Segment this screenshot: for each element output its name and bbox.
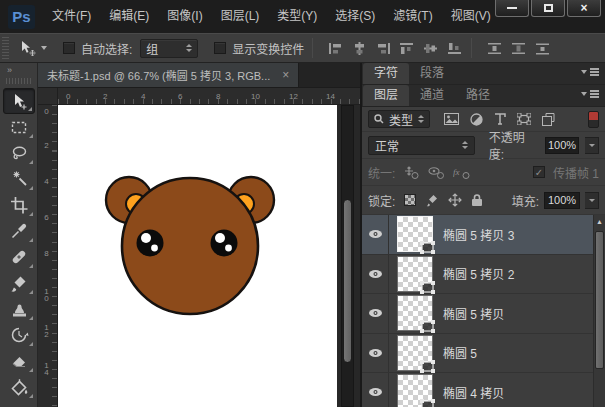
layer-row[interactable]: 椭圆 4 拷贝 bbox=[362, 373, 605, 407]
scroll-up-icon[interactable]: ▲ bbox=[594, 215, 605, 225]
shape-layer-badge-icon bbox=[420, 320, 435, 333]
distribute-vertical-centers-icon[interactable] bbox=[510, 41, 527, 56]
tab-channels[interactable]: 通道 bbox=[409, 85, 455, 106]
tab-paragraph[interactable]: 段落 bbox=[409, 63, 455, 84]
maximize-button[interactable] bbox=[531, 0, 565, 17]
tab-close-icon[interactable]: × bbox=[282, 70, 289, 80]
close-button[interactable]: × bbox=[567, 0, 601, 17]
layer-row[interactable]: 椭圆 5 拷贝 bbox=[362, 294, 605, 334]
align-horizontal-centers-icon[interactable] bbox=[351, 41, 368, 56]
history-brush-tool-button[interactable] bbox=[3, 322, 35, 348]
eraser-tool-button[interactable] bbox=[3, 348, 35, 374]
tools-collapse-button[interactable]: » bbox=[0, 63, 37, 76]
layer-thumbnail[interactable] bbox=[398, 375, 432, 407]
layer-thumbnail[interactable] bbox=[398, 217, 432, 251]
layer-thumbnail[interactable] bbox=[398, 336, 432, 370]
layer-row[interactable]: 椭圆 5 拷贝 2 bbox=[362, 255, 605, 295]
horizontal-ruler[interactable]: 0 2 4 6 8 10 12 14 bbox=[58, 88, 360, 105]
ruler-origin-corner[interactable] bbox=[38, 88, 58, 105]
layer-row[interactable]: 椭圆 5 bbox=[362, 334, 605, 374]
tab-layers[interactable]: 图层 bbox=[363, 85, 409, 106]
menu-layer[interactable]: 图层(L) bbox=[212, 0, 269, 33]
rectangular-marquee-tool-button[interactable] bbox=[3, 114, 35, 140]
crop-tool-button[interactable] bbox=[3, 192, 35, 218]
dropdown-spinner-icon bbox=[418, 115, 424, 123]
vertical-ruler[interactable]: 0 2 4 6 8 10 12 14 bbox=[38, 105, 58, 407]
menu-file[interactable]: 文件(F) bbox=[43, 0, 100, 33]
smart-object-filter-icon[interactable] bbox=[542, 113, 555, 126]
panel-menu-icon[interactable] bbox=[581, 70, 599, 74]
eyedropper-tool-button[interactable] bbox=[3, 218, 35, 244]
eye-highlight bbox=[141, 233, 151, 243]
tool-preset-picker[interactable] bbox=[17, 39, 47, 57]
align-top-edges-icon[interactable] bbox=[398, 41, 415, 56]
scrollbar-thumb[interactable] bbox=[343, 199, 352, 363]
opacity-dropdown-button[interactable] bbox=[585, 137, 599, 154]
auto-select-checkbox[interactable] bbox=[63, 42, 75, 54]
eyedropper-icon bbox=[9, 221, 29, 241]
align-bottom-edges-icon[interactable] bbox=[446, 41, 463, 56]
lock-position-icon[interactable] bbox=[448, 193, 462, 207]
menu-select[interactable]: 选择(S) bbox=[326, 0, 384, 33]
lock-transparent-pixels-icon[interactable] bbox=[404, 194, 416, 206]
lasso-tool-button[interactable] bbox=[3, 140, 35, 166]
layer-visibility-cell[interactable] bbox=[362, 334, 389, 373]
document-tab[interactable]: 未标题-1.psd @ 66.7% (椭圆 5 拷贝 3, RGB... × bbox=[38, 63, 299, 87]
scrollbar-thumb[interactable] bbox=[595, 231, 604, 369]
lock-row: 锁定: 填充: 100% bbox=[362, 186, 605, 215]
photoshop-window: Ps 文件(F) 编辑(E) 图像(I) 图层(L) 类型(Y) 选择(S) 滤… bbox=[0, 0, 605, 407]
tab-paths[interactable]: 路径 bbox=[455, 85, 501, 106]
layers-scrollbar[interactable]: ▲ bbox=[593, 215, 605, 407]
distribute-bottom-icon[interactable] bbox=[534, 41, 551, 56]
unify-style-icon[interactable]: fx bbox=[453, 166, 470, 179]
brush-tool-button[interactable] bbox=[3, 270, 35, 296]
layer-thumbnail[interactable] bbox=[398, 296, 432, 330]
options-bar-grip[interactable] bbox=[2, 37, 9, 59]
lock-all-icon[interactable] bbox=[471, 193, 483, 207]
canvas-vertical-scrollbar[interactable] bbox=[341, 105, 354, 407]
spot-healing-brush-tool-button[interactable] bbox=[3, 244, 35, 270]
menu-edit[interactable]: 编辑(E) bbox=[100, 0, 158, 33]
layer-thumbnail[interactable] bbox=[398, 257, 432, 291]
blend-mode-dropdown[interactable]: 正常 bbox=[368, 136, 475, 155]
opacity-value[interactable]: 100% bbox=[545, 137, 580, 154]
layer-row[interactable]: 椭圆 5 拷贝 3 bbox=[362, 215, 605, 255]
adjustment-layer-filter-icon[interactable] bbox=[470, 113, 483, 126]
menu-type[interactable]: 类型(Y) bbox=[268, 0, 326, 33]
clone-stamp-tool-button[interactable] bbox=[3, 296, 35, 322]
distribute-top-icon[interactable] bbox=[486, 41, 503, 56]
layer-visibility-cell[interactable] bbox=[362, 294, 389, 333]
filter-toggle-switch[interactable] bbox=[588, 111, 599, 128]
type-layer-filter-icon[interactable] bbox=[494, 113, 506, 125]
propagate-frame-checkbox[interactable]: ✓ bbox=[533, 166, 545, 178]
align-right-edges-icon[interactable] bbox=[375, 41, 392, 56]
filter-kind-dropdown[interactable]: 类型 bbox=[368, 110, 430, 128]
fill-value[interactable]: 100% bbox=[544, 192, 580, 209]
align-left-edges-icon[interactable] bbox=[327, 41, 344, 56]
shape-layer-badge-icon bbox=[420, 399, 435, 407]
show-transform-checkbox[interactable] bbox=[214, 42, 226, 54]
minimize-button[interactable] bbox=[495, 0, 529, 17]
tab-character[interactable]: 字符 bbox=[363, 63, 409, 84]
panel-menu-icon[interactable] bbox=[581, 92, 599, 96]
unify-visibility-icon[interactable] bbox=[428, 166, 444, 179]
layer-visibility-cell[interactable] bbox=[362, 373, 389, 407]
menu-image[interactable]: 图像(I) bbox=[158, 0, 211, 33]
shape-layer-filter-icon[interactable] bbox=[517, 113, 531, 125]
menu-view[interactable]: 视图(V) bbox=[442, 0, 500, 33]
paint-bucket-tool-button[interactable] bbox=[3, 374, 35, 400]
layer-visibility-cell[interactable] bbox=[362, 215, 389, 254]
unify-position-icon[interactable] bbox=[403, 166, 419, 179]
layer-visibility-cell[interactable] bbox=[362, 255, 389, 294]
lock-image-pixels-icon[interactable] bbox=[425, 193, 439, 207]
move-tool-button[interactable] bbox=[3, 88, 35, 114]
fill-dropdown-button[interactable] bbox=[585, 192, 599, 209]
auto-select-kind-dropdown[interactable]: 组 bbox=[140, 39, 198, 58]
magic-wand-tool-button[interactable] bbox=[3, 166, 35, 192]
menu-filter[interactable]: 滤镜(T) bbox=[384, 0, 441, 33]
blend-mode-value: 正常 bbox=[375, 137, 399, 154]
pixel-layer-filter-icon[interactable] bbox=[444, 113, 459, 125]
align-vertical-centers-icon[interactable] bbox=[422, 41, 439, 56]
tools-grip[interactable] bbox=[6, 78, 32, 84]
canvas[interactable] bbox=[58, 105, 337, 407]
